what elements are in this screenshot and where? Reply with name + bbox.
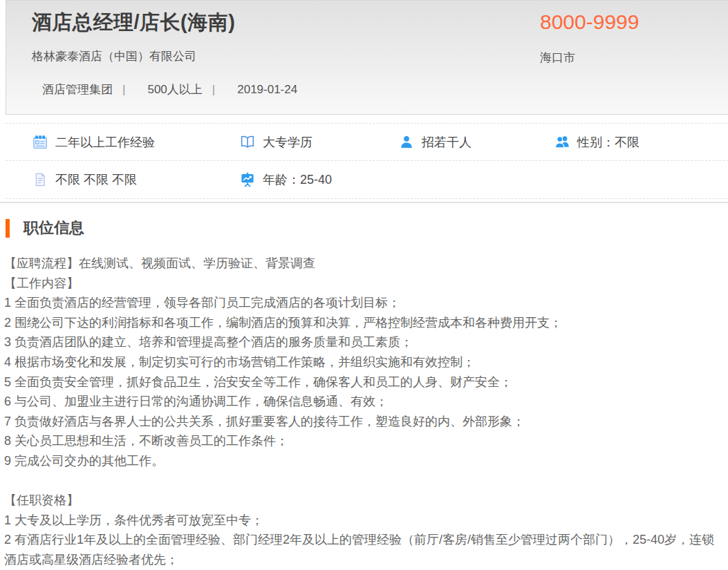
age-label: 年龄：25-40 [263,171,332,188]
headcount-label: 招若干人 [422,134,472,151]
requirement-headcount: 招若干人 [399,134,554,151]
salary-range: 8000-9999 [540,10,639,34]
section-accent-bar [6,219,10,238]
company-type: 酒店管理集团 [42,82,113,97]
section-divider [0,202,728,203]
document-icon [32,172,48,187]
meta-separator: | [212,83,215,97]
job-description: 【应聘流程】在线测试、视频面试、学历验证、背景调查 【工作内容】 1 全面负责酒… [4,254,725,570]
company-size: 500人以上 [147,82,202,97]
gender-label: 性别：不限 [577,134,640,151]
requirements-row-2: 不限 不限 不限 年龄：25-40 [6,161,728,199]
job-city: 海口市 [540,50,575,66]
education-label: 大专学历 [263,134,312,151]
job-title: 酒店总经理/店长(海南) [32,9,235,37]
other-requirement-label: 不限 不限 不限 [55,171,137,188]
age-icon [240,172,255,187]
requirement-other: 不限 不限 不限 [32,171,240,188]
job-info-section-header: 职位信息 [6,218,728,238]
gender-icon [554,135,570,150]
requirement-education: 大专学历 [240,134,399,151]
job-header-card: 酒店总经理/店长(海南) 8000-9999 格林豪泰酒店（中国）有限公司 海口… [6,0,728,115]
experience-label: 二年以上工作经验 [55,134,155,151]
meta-separator: | [122,83,125,97]
requirement-age: 年龄：25-40 [240,171,399,188]
job-requirements: 二年以上工作经验 大专学历 招若干人 性别：不限 [6,123,728,199]
company-name: 格林豪泰酒店（中国）有限公司 [32,48,196,64]
publish-date: 2019-01-24 [237,83,297,97]
experience-icon [32,135,48,150]
requirements-row-1: 二年以上工作经验 大专学历 招若干人 性别：不限 [6,123,728,161]
education-icon [240,135,255,150]
section-title: 职位信息 [24,218,84,238]
headcount-icon [399,135,414,150]
requirement-experience: 二年以上工作经验 [32,134,240,151]
company-meta: 酒店管理集团 | 500人以上 | 2019-01-24 [42,82,297,97]
requirement-gender: 性别：不限 [554,134,728,151]
